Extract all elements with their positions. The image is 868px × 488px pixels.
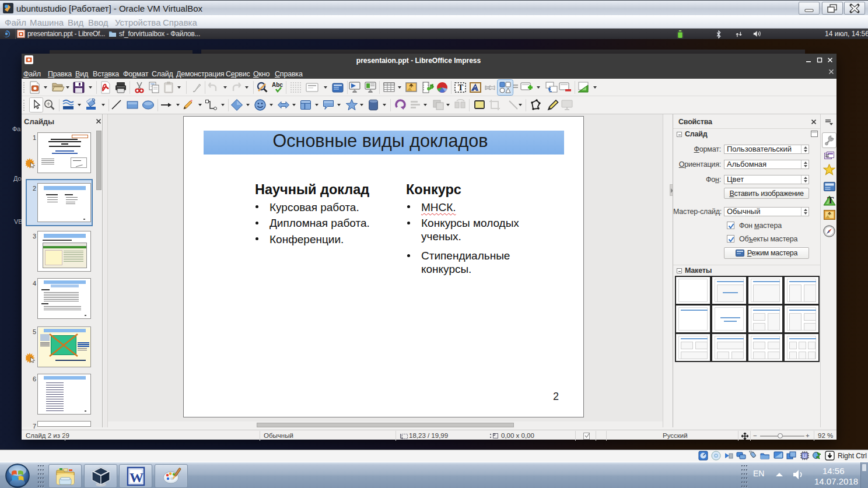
svg-text:T: T (827, 195, 834, 206)
svg-text:U: U (803, 453, 807, 459)
svg-text:W: W (130, 470, 144, 485)
svg-text:Abc: Abc (272, 82, 283, 88)
svg-text:T: T (458, 83, 464, 92)
